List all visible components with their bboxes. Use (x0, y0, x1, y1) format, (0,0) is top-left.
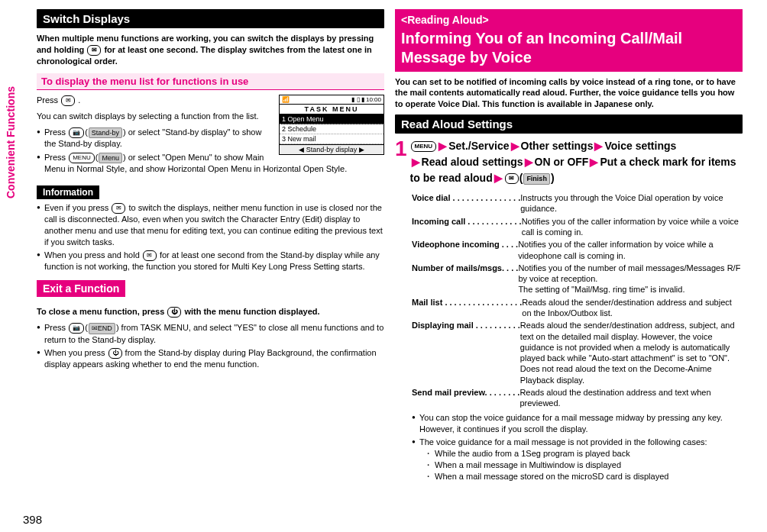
setting-description: Reads aloud the sender/destination addre… (520, 320, 743, 385)
note-not-provided: The voice guidance for a mail message is… (412, 437, 743, 482)
t: Press (44, 127, 68, 137)
t: The voice guidance for a mail message is… (419, 437, 707, 447)
triangle-icon: ▶ (594, 140, 603, 152)
power-key-icon: ⏻ (167, 307, 181, 318)
t: When you press and hold (44, 250, 142, 260)
t: Even if you press (44, 203, 111, 212)
standby-softkey: Stand-by (89, 127, 122, 138)
setting-description: Notifies you of the caller information b… (518, 239, 743, 261)
exit-bullet-2: When you press ⏻ from the Stand-by displ… (37, 347, 384, 370)
heading-title: Informing You of an Incoming Call/Mail M… (401, 30, 682, 66)
triangle-icon: ▶ (590, 156, 598, 168)
note-stop-guidance: You can stop the voice guidance for a ma… (412, 412, 743, 435)
setting-label: Incoming call . . . . . . . . . . . . (412, 216, 522, 238)
mail-key-icon: ✉ (112, 203, 125, 214)
menu-key-icon: MENU (69, 153, 95, 163)
nav-voice-settings: Voice settings (604, 140, 676, 152)
heading-exit-function: Exit a Function (37, 280, 125, 297)
triangle-icon: ▶ (525, 156, 533, 168)
page-number: 398 (23, 513, 42, 526)
exit-bullet-1: Press 📷(✉END) from TASK MENU, and select… (37, 322, 384, 345)
t: Press (44, 323, 68, 332)
information-label: Information (37, 185, 99, 199)
setting-label: Videophone incoming . . . . (412, 239, 518, 261)
right-column: <Reading Aloud> Informing You of an Inco… (395, 9, 743, 485)
power-key-icon: ⏻ (108, 348, 122, 359)
setting-row: Voice dial . . . . . . . . . . . . . . .… (412, 192, 743, 214)
bullet-open-menu: Press MENU(Menu) or select "Open Menu" t… (37, 152, 384, 175)
nav-read-aloud: Read aloud settings (422, 156, 523, 168)
t: Press (44, 153, 68, 162)
info-bullet-1: Even if you press ✉ to switch the displa… (37, 202, 384, 248)
setting-row: Mail list . . . . . . . . . . . . . . . … (412, 297, 743, 319)
heading-reading-aloud: <Reading Aloud> Informing You of an Inco… (395, 9, 743, 72)
triangle-icon: ▶ (412, 156, 420, 168)
menu-softkey: Menu (99, 153, 122, 163)
screenshot-title: TASK MENU (280, 105, 384, 114)
clock-text: ▮ ▯ ▮ 10:00 (351, 96, 381, 103)
setting-label: Displaying mail . . . . . . . . . . (412, 320, 520, 385)
subheading-display-menu-list: To display the menu list for functions i… (37, 73, 384, 90)
setting-description: Notifies you of the number of mail messa… (518, 263, 743, 295)
nav-other-settings: Other settings (521, 140, 594, 152)
nav-on-off: ON or OFF (535, 156, 589, 168)
mail-key-icon: ✉ (143, 250, 157, 261)
setting-label: Send mail preview. . . . . . . . (412, 387, 519, 409)
case-microsd: When a mail message stored on the microS… (435, 472, 668, 481)
camera-key-icon: 📷 (69, 323, 84, 334)
info-bullet-2: When you press and hold ✉ for at least o… (37, 250, 384, 272)
camera-key-icon: 📷 (69, 127, 84, 138)
press-period: . (78, 95, 80, 105)
setting-description: Reads aloud the destination address and … (519, 387, 743, 409)
exit-main-line: To close a menu function, press ⏻ with t… (37, 306, 384, 318)
t: When you press (44, 348, 108, 357)
setting-description: Notifies you of the caller information b… (522, 216, 743, 238)
bullet-standby: Press 📷(Stand-by) or select "Stand-by di… (37, 127, 384, 150)
setting-row: Number of mails/msgs. . . .Notifies you … (412, 263, 743, 295)
screenshot-item-1: 1 Open Menu (280, 114, 384, 124)
heading-read-aloud-settings: Read Aloud Settings (395, 114, 743, 134)
triangle-icon: ▶ (494, 172, 503, 184)
menu-key-icon: MENU (411, 141, 437, 152)
setting-label: Mail list . . . . . . . . . . . . . . . … (412, 297, 522, 319)
end-softkey: ✉END (89, 323, 115, 334)
setting-row: Send mail preview. . . . . . . .Reads al… (412, 387, 743, 409)
heading-switch-displays: Switch Displays (37, 9, 384, 28)
signal-icon: 📶 (282, 96, 290, 103)
section-tab: Convenient Functions (5, 86, 17, 198)
setting-label: Voice dial . . . . . . . . . . . . . . . (412, 192, 520, 214)
heading-tag: <Reading Aloud> (401, 14, 736, 27)
finish-softkey: Finish (523, 173, 550, 185)
triangle-icon: ▶ (439, 140, 447, 152)
mail-key-icon: ✉ (61, 95, 75, 106)
case-1seg: While the audio from a 1Seg program is p… (435, 449, 630, 458)
t: with the menu function displayed. (184, 307, 319, 316)
setting-row: Videophone incoming . . . .Notifies you … (412, 239, 743, 261)
t: To close a menu function, press (37, 307, 167, 316)
press-text: Press (37, 95, 60, 105)
setting-description: Instructs you through the Voice Dial ope… (520, 192, 743, 214)
setting-label: Number of mails/msgs. . . . (412, 263, 518, 295)
navigation-path: MENU▶Set./Service▶Other settings▶Voice s… (410, 138, 743, 186)
setting-description: Reads aloud the sender/destination addre… (522, 297, 743, 319)
case-multiwindow: When a mail message in Multiwindow is di… (435, 460, 621, 469)
triangle-icon: ▶ (511, 140, 519, 152)
left-column: Switch Displays When multiple menu funct… (37, 9, 384, 485)
reading-aloud-intro: You can set to be notified of incoming c… (395, 76, 743, 111)
step-number: 1 (395, 138, 407, 160)
mail-key-icon: ✉ (505, 173, 519, 184)
mail-key-icon: ✉ (87, 45, 101, 56)
setting-row: Incoming call . . . . . . . . . . . .Not… (412, 216, 743, 238)
nav-set-service: Set./Service (448, 140, 509, 152)
setting-row: Displaying mail . . . . . . . . . .Reads… (412, 320, 743, 385)
intro-paragraph: When multiple menu functions are working… (37, 33, 384, 67)
